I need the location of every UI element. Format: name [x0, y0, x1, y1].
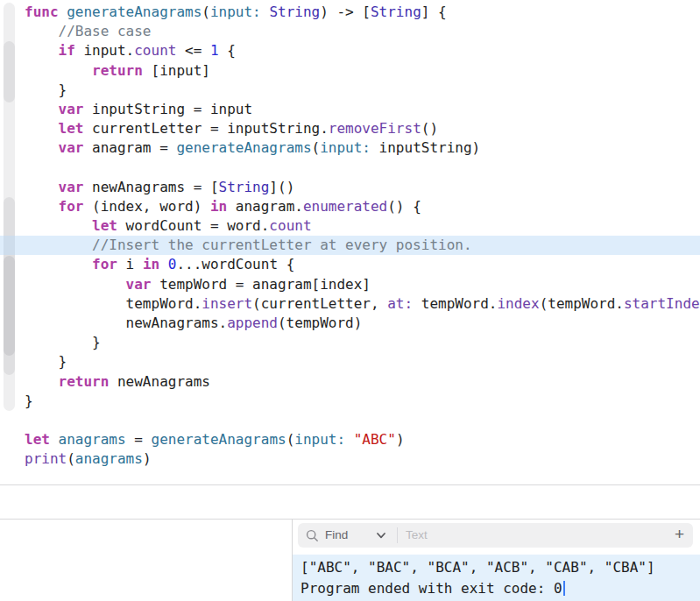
code-segment: {: [219, 42, 236, 59]
code-segment: anagram.: [227, 198, 303, 215]
code-segment: startIndex: [624, 295, 700, 312]
code-segment: [input]: [143, 62, 210, 79]
code-line: let anagrams = generateAnagrams(input: "…: [0, 430, 700, 449]
code-segment: generateAnagrams: [176, 139, 311, 156]
find-input[interactable]: Text: [406, 528, 428, 541]
code-segment: 0: [168, 256, 177, 272]
text-cursor: [563, 581, 565, 596]
code-segment: return: [92, 62, 143, 79]
code-segment: inputString): [371, 139, 480, 156]
code-segment: for: [92, 256, 117, 272]
code-segment: [25, 276, 126, 293]
code-segment: [25, 120, 59, 137]
code-segment: tempWord.: [25, 295, 202, 312]
code-segment: i: [117, 256, 143, 272]
console-output[interactable]: ["ABC", "BAC", "BCA", "ACB", "CAB", "CBA…: [293, 555, 700, 601]
code-line: [0, 411, 700, 430]
code-segment: var: [59, 179, 84, 195]
console-line: Program ended with exit code: 0: [301, 578, 700, 599]
code-line: }: [0, 352, 700, 371]
code-segment: }: [25, 353, 67, 370]
code-segment: [25, 23, 59, 39]
code-segment: in: [210, 198, 227, 215]
code-segment: input:: [210, 4, 261, 20]
code-segment: //Insert the currentLetter at every posi…: [92, 237, 471, 253]
code-segment: =: [126, 431, 152, 448]
code-segment: [25, 198, 59, 215]
code-segment: ): [396, 431, 405, 448]
code-segment: [345, 431, 354, 448]
code-segment: tempWord.: [413, 295, 497, 312]
code-segment: print: [25, 450, 67, 467]
code-segment: input:: [320, 139, 371, 156]
code-segment: ] {: [421, 4, 447, 20]
code-segment: anagram =: [83, 139, 176, 156]
code-segment: anagrams: [59, 431, 126, 448]
code-segment: (: [202, 4, 210, 20]
code-line: [0, 159, 700, 178]
code-segment: (): [421, 120, 438, 137]
code-segment: enumerated: [303, 198, 387, 215]
code-segment: [25, 373, 59, 390]
code-segment: [25, 237, 92, 253]
chevron-down-icon[interactable]: [377, 533, 385, 539]
code-segment: inputString = input: [83, 101, 252, 117]
code-segment: "ABC": [354, 431, 396, 448]
code-segment: [25, 139, 59, 156]
code-segment: [25, 101, 59, 117]
code-segment: newAnagrams.: [25, 315, 227, 331]
code-segment: (: [312, 139, 321, 156]
code-line: //Base case: [0, 22, 700, 41]
code-line: //Insert the currentLetter at every posi…: [0, 236, 700, 255]
search-icon: [306, 529, 319, 542]
code-segment: (currentLetter,: [252, 295, 387, 312]
code-segment: let: [59, 120, 84, 137]
code-segment: anagrams: [75, 450, 143, 467]
code-segment: //Base case: [59, 23, 152, 39]
code-editor[interactable]: func generateAnagrams(input: String) -> …: [0, 3, 700, 470]
code-segment: ...wordCount {: [176, 256, 294, 272]
code-line: print(anagrams): [0, 449, 700, 469]
code-line: let currentLetter = inputString.removeFi…: [0, 119, 700, 138]
code-line: tempWord.insert(currentLetter, at: tempW…: [0, 294, 700, 314]
code-segment: () {: [387, 198, 421, 215]
code-line: for (index, word) in anagram.enumerated(…: [0, 197, 700, 216]
code-segment: insert: [202, 295, 252, 312]
code-segment: var: [59, 101, 84, 117]
code-segment: }: [25, 392, 33, 409]
code-line: }: [0, 81, 700, 100]
code-segment: if: [59, 42, 75, 59]
code-line: return [input]: [0, 61, 700, 81]
code-segment: [25, 217, 92, 234]
code-segment: [261, 4, 270, 20]
find-field-divider: [397, 527, 398, 543]
code-segment: [50, 431, 59, 448]
code-segment: index: [497, 295, 539, 312]
code-segment: String: [371, 4, 421, 20]
code-segment: }: [25, 81, 67, 98]
code-line: return newAnagrams: [0, 372, 700, 392]
code-segment: (tempWord): [278, 315, 362, 331]
code-segment: removeFirst: [329, 120, 421, 137]
add-find-pattern-button[interactable]: +: [675, 525, 684, 544]
code-segment: count: [269, 217, 311, 234]
code-segment: append: [227, 315, 278, 331]
find-scope-label[interactable]: Find: [325, 528, 348, 541]
code-segment: currentLetter = inputString.: [83, 120, 328, 137]
code-line: if input.count <= 1 {: [0, 41, 700, 60]
find-field[interactable]: Find Text +: [298, 523, 693, 548]
code-segment: generateAnagrams: [152, 431, 286, 448]
code-segment: (: [286, 431, 295, 448]
code-segment: ](): [269, 179, 294, 195]
code-segment: [25, 179, 59, 195]
editor-debug-divider[interactable]: [0, 484, 700, 485]
code-line: var anagram = generateAnagrams(input: in…: [0, 138, 700, 158]
code-segment: [25, 256, 92, 272]
code-segment: (tempWord.: [540, 295, 624, 312]
code-segment: [25, 62, 92, 79]
console-find-bar: Find Text +: [293, 520, 700, 552]
code-segment: }: [25, 334, 101, 350]
code-segment: tempWord = anagram[index]: [152, 276, 371, 293]
code-line: }: [0, 392, 700, 411]
code-line: let wordCount = word.count: [0, 216, 700, 236]
